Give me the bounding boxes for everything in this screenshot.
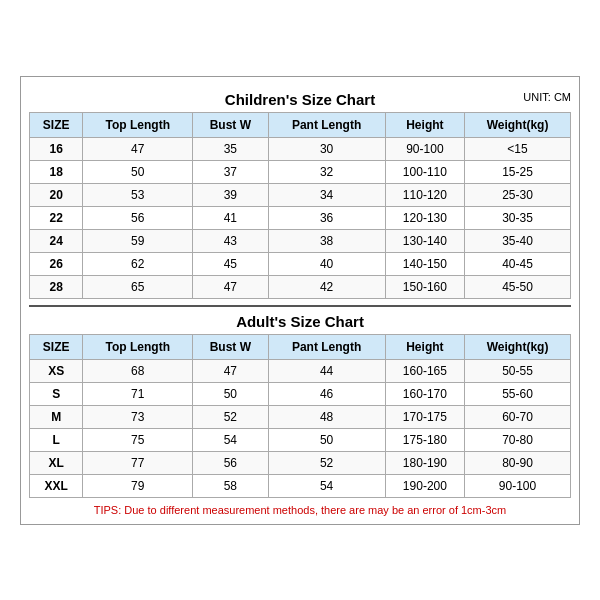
table-row: XXL795854190-20090-100 <box>30 474 571 497</box>
unit-label: UNIT: CM <box>523 91 571 103</box>
data-cell: 41 <box>193 206 268 229</box>
adult-section-title: Adult's Size Chart <box>29 305 571 334</box>
data-cell: 37 <box>193 160 268 183</box>
adult-title-text: Adult's Size Chart <box>236 313 364 330</box>
adult-col-height: Height <box>385 334 464 359</box>
data-cell: 90-100 <box>465 474 571 497</box>
data-cell: 65 <box>83 275 193 298</box>
data-cell: 34 <box>268 183 385 206</box>
data-cell: 190-200 <box>385 474 464 497</box>
data-cell: 62 <box>83 252 193 275</box>
data-cell: 54 <box>268 474 385 497</box>
table-row: XS684744160-16550-55 <box>30 359 571 382</box>
table-row: XL775652180-19080-90 <box>30 451 571 474</box>
size-cell: L <box>30 428 83 451</box>
col-pant-length: Pant Length <box>268 112 385 137</box>
data-cell: 36 <box>268 206 385 229</box>
adult-col-top-length: Top Length <box>83 334 193 359</box>
table-row: M735248170-17560-70 <box>30 405 571 428</box>
data-cell: 38 <box>268 229 385 252</box>
data-cell: 15-25 <box>465 160 571 183</box>
data-cell: 110-120 <box>385 183 464 206</box>
table-row: 28654742150-16045-50 <box>30 275 571 298</box>
col-weight: Weight(kg) <box>465 112 571 137</box>
table-row: 1647353090-100<15 <box>30 137 571 160</box>
adult-size-table: SIZE Top Length Bust W Pant Length Heigh… <box>29 334 571 498</box>
size-cell: 28 <box>30 275 83 298</box>
size-cell: XXL <box>30 474 83 497</box>
data-cell: 58 <box>193 474 268 497</box>
data-cell: 68 <box>83 359 193 382</box>
size-cell: 22 <box>30 206 83 229</box>
size-cell: 24 <box>30 229 83 252</box>
data-cell: 71 <box>83 382 193 405</box>
data-cell: 47 <box>193 275 268 298</box>
data-cell: 160-165 <box>385 359 464 382</box>
data-cell: 75 <box>83 428 193 451</box>
data-cell: 52 <box>268 451 385 474</box>
data-cell: 52 <box>193 405 268 428</box>
data-cell: 43 <box>193 229 268 252</box>
data-cell: 45 <box>193 252 268 275</box>
data-cell: 77 <box>83 451 193 474</box>
data-cell: 40 <box>268 252 385 275</box>
data-cell: 42 <box>268 275 385 298</box>
adult-col-weight: Weight(kg) <box>465 334 571 359</box>
adult-col-pant-length: Pant Length <box>268 334 385 359</box>
data-cell: 50-55 <box>465 359 571 382</box>
data-cell: 47 <box>83 137 193 160</box>
col-size: SIZE <box>30 112 83 137</box>
data-cell: 53 <box>83 183 193 206</box>
size-cell: XS <box>30 359 83 382</box>
data-cell: 30-35 <box>465 206 571 229</box>
adult-col-bust-w: Bust W <box>193 334 268 359</box>
children-title-text: Children's Size Chart <box>225 91 375 108</box>
data-cell: 35-40 <box>465 229 571 252</box>
data-cell: 100-110 <box>385 160 464 183</box>
data-cell: 79 <box>83 474 193 497</box>
data-cell: <15 <box>465 137 571 160</box>
table-row: 18503732100-11015-25 <box>30 160 571 183</box>
data-cell: 50 <box>193 382 268 405</box>
table-row: S715046160-17055-60 <box>30 382 571 405</box>
data-cell: 59 <box>83 229 193 252</box>
col-bust-w: Bust W <box>193 112 268 137</box>
data-cell: 48 <box>268 405 385 428</box>
data-cell: 40-45 <box>465 252 571 275</box>
data-cell: 80-90 <box>465 451 571 474</box>
data-cell: 30 <box>268 137 385 160</box>
data-cell: 130-140 <box>385 229 464 252</box>
children-section-title: Children's Size Chart UNIT: CM <box>29 85 571 112</box>
data-cell: 54 <box>193 428 268 451</box>
data-cell: 160-170 <box>385 382 464 405</box>
data-cell: 90-100 <box>385 137 464 160</box>
adult-header-row: SIZE Top Length Bust W Pant Length Heigh… <box>30 334 571 359</box>
col-height: Height <box>385 112 464 137</box>
data-cell: 60-70 <box>465 405 571 428</box>
data-cell: 56 <box>83 206 193 229</box>
size-cell: 18 <box>30 160 83 183</box>
data-cell: 180-190 <box>385 451 464 474</box>
data-cell: 45-50 <box>465 275 571 298</box>
size-cell: 26 <box>30 252 83 275</box>
data-cell: 120-130 <box>385 206 464 229</box>
data-cell: 35 <box>193 137 268 160</box>
adult-col-size: SIZE <box>30 334 83 359</box>
data-cell: 55-60 <box>465 382 571 405</box>
data-cell: 56 <box>193 451 268 474</box>
data-cell: 47 <box>193 359 268 382</box>
children-size-table: SIZE Top Length Bust W Pant Length Heigh… <box>29 112 571 299</box>
chart-wrapper: Children's Size Chart UNIT: CM SIZE Top … <box>20 76 580 525</box>
size-cell: 16 <box>30 137 83 160</box>
table-row: 26624540140-15040-45 <box>30 252 571 275</box>
data-cell: 46 <box>268 382 385 405</box>
size-cell: XL <box>30 451 83 474</box>
data-cell: 50 <box>268 428 385 451</box>
data-cell: 175-180 <box>385 428 464 451</box>
table-row: 24594338130-14035-40 <box>30 229 571 252</box>
table-row: 22564136120-13030-35 <box>30 206 571 229</box>
data-cell: 150-160 <box>385 275 464 298</box>
data-cell: 50 <box>83 160 193 183</box>
data-cell: 70-80 <box>465 428 571 451</box>
children-header-row: SIZE Top Length Bust W Pant Length Heigh… <box>30 112 571 137</box>
